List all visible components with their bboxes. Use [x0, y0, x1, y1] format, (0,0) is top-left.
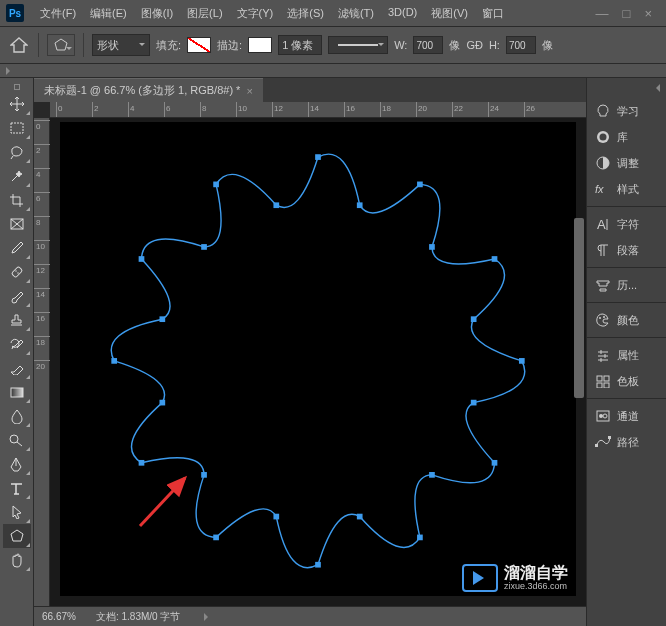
status-menu-icon[interactable] [204, 613, 212, 621]
zoom-level[interactable]: 66.67% [42, 611, 76, 622]
svg-rect-43 [604, 376, 609, 381]
menu-type[interactable]: 文字(Y) [231, 2, 280, 25]
svg-rect-44 [597, 383, 602, 388]
menu-3d[interactable]: 3D(D) [382, 2, 423, 25]
stroke-style-select[interactable] [328, 36, 388, 54]
panel-adjust[interactable]: 调整 [587, 150, 666, 176]
svg-point-35 [600, 134, 607, 141]
tool-gradient[interactable] [3, 380, 31, 404]
svg-rect-9 [315, 154, 321, 160]
tool-stamp[interactable] [3, 308, 31, 332]
panel-para[interactable]: 段落 [587, 237, 666, 263]
panel-label: 段落 [617, 243, 639, 258]
svg-rect-26 [159, 400, 165, 406]
doc-info[interactable]: 文档: 1.83M/0 字节 [96, 610, 180, 624]
tool-eraser[interactable] [3, 356, 31, 380]
width-input[interactable] [413, 36, 443, 54]
scrollbar-vertical[interactable] [574, 218, 584, 398]
svg-rect-3 [11, 266, 22, 277]
svg-rect-21 [315, 562, 321, 568]
tool-move[interactable] [3, 92, 31, 116]
tool-heal[interactable] [3, 260, 31, 284]
panel-history[interactable]: 历... [587, 272, 666, 298]
watermark-play-icon [462, 564, 498, 592]
svg-point-48 [603, 414, 607, 418]
ruler-horizontal[interactable]: 02468101214161820222426 [50, 102, 586, 118]
panel-label: 色板 [617, 374, 639, 389]
svg-rect-28 [159, 316, 165, 322]
panel-paths[interactable]: 路径 [587, 429, 666, 455]
options-bar: 形状 填充: 描边: W: 像 GĐ H: 像 [0, 26, 666, 64]
panel-props[interactable]: 属性 [587, 342, 666, 368]
window-maximize[interactable]: □ [623, 6, 631, 21]
canvas[interactable] [50, 118, 586, 606]
menu-edit[interactable]: 编辑(E) [84, 2, 133, 25]
close-tab-icon[interactable]: × [246, 85, 252, 97]
tool-crop[interactable] [3, 188, 31, 212]
panel-lightbulb[interactable]: 学习 [587, 98, 666, 124]
document-tab-title: 未标题-1 @ 66.7% (多边形 1, RGB/8#) * [44, 83, 240, 98]
svg-rect-25 [139, 460, 145, 466]
tool-type[interactable] [3, 476, 31, 500]
panel-dock: 学习库调整fx样式A字符段落历...颜色属性色板通道路径 [586, 78, 666, 626]
tool-blur[interactable] [3, 404, 31, 428]
props-icon [595, 347, 611, 363]
panel-palette[interactable]: 颜色 [587, 307, 666, 333]
window-minimize[interactable]: — [596, 6, 609, 21]
home-icon[interactable] [8, 34, 30, 56]
tool-dodge[interactable] [3, 428, 31, 452]
menu-file[interactable]: 文件(F) [34, 2, 82, 25]
status-bar: 66.67% 文档: 1.83M/0 字节 [34, 606, 586, 626]
svg-rect-14 [471, 316, 477, 322]
menu-select[interactable]: 选择(S) [281, 2, 330, 25]
stroke-label: 描边: [217, 38, 242, 53]
svg-text:fx: fx [595, 183, 604, 195]
panel-cc[interactable]: 库 [587, 124, 666, 150]
tool-hand[interactable] [3, 548, 31, 572]
tool-wand[interactable] [3, 164, 31, 188]
tool-eyedrop[interactable] [3, 236, 31, 260]
tool-preset-picker[interactable] [47, 34, 75, 56]
panel-label: 调整 [617, 156, 639, 171]
menu-window[interactable]: 窗口 [476, 2, 510, 25]
tool-path-select[interactable] [3, 500, 31, 524]
svg-rect-10 [357, 202, 363, 208]
toolbox-columns-toggle[interactable] [14, 84, 20, 90]
expand-icon[interactable] [6, 67, 14, 75]
window-close[interactable]: × [644, 6, 652, 21]
svg-rect-30 [201, 244, 207, 250]
svg-rect-31 [213, 182, 219, 188]
svg-rect-29 [139, 256, 145, 262]
tool-marquee[interactable] [3, 116, 31, 140]
polygon-shape[interactable] [60, 122, 576, 596]
tool-lasso[interactable] [3, 140, 31, 164]
tool-frame[interactable] [3, 212, 31, 236]
menu-filter[interactable]: 滤镜(T) [332, 2, 380, 25]
panel-label: 属性 [617, 348, 639, 363]
tool-pen[interactable] [3, 452, 31, 476]
stroke-swatch[interactable] [248, 37, 272, 53]
paths-icon [595, 434, 611, 450]
menu-layer[interactable]: 图层(L) [181, 2, 228, 25]
tool-shape[interactable] [3, 524, 31, 548]
svg-rect-1 [11, 123, 23, 133]
panel-channels[interactable]: 通道 [587, 403, 666, 429]
collapse-panels-icon[interactable] [652, 84, 660, 92]
stroke-width-input[interactable] [278, 35, 322, 55]
tool-brush[interactable] [3, 284, 31, 308]
document-tab[interactable]: 未标题-1 @ 66.7% (多边形 1, RGB/8#) * × [34, 78, 263, 102]
fill-swatch[interactable] [187, 37, 211, 53]
menu-view[interactable]: 视图(V) [425, 2, 474, 25]
height-input[interactable] [506, 36, 536, 54]
link-wh[interactable]: GĐ [466, 39, 483, 51]
panel-fx[interactable]: fx样式 [587, 176, 666, 202]
tool-history-brush[interactable] [3, 332, 31, 356]
svg-rect-13 [492, 256, 498, 262]
palette-icon [595, 312, 611, 328]
ruler-vertical[interactable]: 02468101214161820 [34, 118, 50, 606]
artboard[interactable] [60, 122, 576, 596]
tool-mode-select[interactable]: 形状 [92, 34, 150, 56]
menu-image[interactable]: 图像(I) [135, 2, 179, 25]
panel-swatches[interactable]: 色板 [587, 368, 666, 394]
panel-char[interactable]: A字符 [587, 211, 666, 237]
